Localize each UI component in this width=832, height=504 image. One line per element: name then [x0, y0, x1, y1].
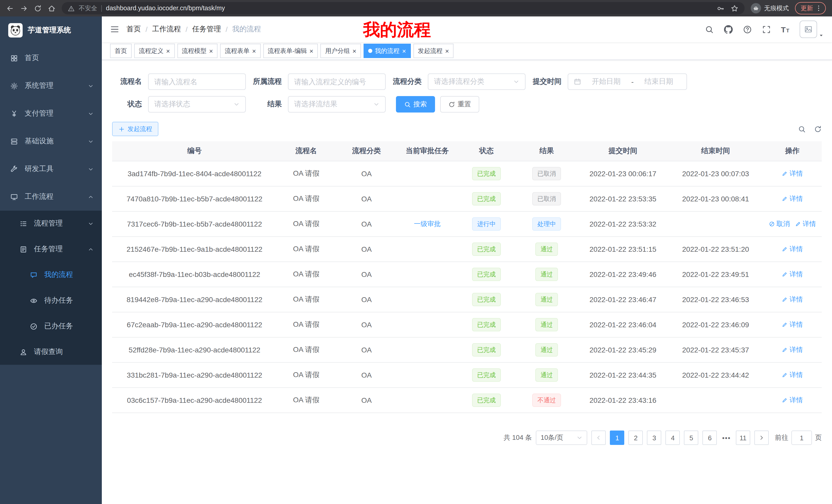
header-search-icon[interactable] — [705, 25, 713, 34]
detail-action-link[interactable]: 详情 — [782, 270, 803, 279]
start-process-button[interactable]: 发起流程 — [112, 122, 158, 136]
page-button-6[interactable]: 6 — [703, 430, 717, 445]
detail-action-link[interactable]: 详情 — [782, 194, 803, 203]
cell-submit-time: 2022-01-22 23:53:32 — [578, 212, 669, 236]
tab-process-form-edit[interactable]: 流程表单-编辑× — [263, 44, 318, 58]
cell-category: OA — [336, 287, 397, 312]
detail-action-link[interactable]: 详情 — [782, 345, 803, 355]
sidebar-item-home[interactable]: 首页 — [0, 44, 102, 72]
page-button-11[interactable]: 11 — [736, 430, 750, 445]
search-toggle-icon[interactable] — [798, 125, 806, 133]
detail-action-link[interactable]: 详情 — [782, 370, 803, 380]
cell-current-task — [397, 287, 457, 312]
page-button-3[interactable]: 3 — [647, 430, 661, 445]
pagination-ellipsis[interactable]: ••• — [721, 434, 732, 442]
detail-action-link[interactable]: 详情 — [782, 169, 803, 178]
sidebar-item-system-management[interactable]: 系统管理 — [0, 72, 102, 100]
update-button[interactable]: 更新 — [795, 2, 826, 15]
tab-start-process[interactable]: 发起流程× — [413, 44, 453, 58]
sidebar-item-task-management[interactable]: 任务管理 — [0, 236, 102, 262]
close-icon[interactable]: × — [166, 48, 170, 54]
sidebar-item-workflow[interactable]: 工作流程 — [0, 183, 102, 211]
detail-action-link[interactable]: 详情 — [782, 320, 803, 329]
sidebar-item-infrastructure[interactable]: 基础设施 — [0, 128, 102, 155]
close-icon[interactable]: × — [252, 48, 256, 54]
detail-action-link[interactable]: 详情 — [782, 245, 803, 254]
browser-menu-icon[interactable] — [815, 5, 822, 12]
page-button-1[interactable]: 1 — [610, 430, 625, 445]
sidebar-item-done-tasks[interactable]: 已办任务 — [0, 313, 102, 339]
help-icon[interactable] — [743, 25, 752, 34]
sidebar-item-process-management[interactable]: 流程管理 — [0, 211, 102, 236]
result-select[interactable]: 请选择流结果 — [288, 96, 386, 113]
tab-my-process[interactable]: 我的流程× — [364, 44, 411, 58]
submit-time-range-picker[interactable]: 开始日期 - 结束日期 — [568, 74, 687, 90]
status-select[interactable]: 请选择状态 — [148, 96, 246, 113]
search-button[interactable]: 搜索 — [396, 96, 435, 113]
hamburger-icon[interactable] — [110, 25, 119, 34]
sidebar-item-my-process[interactable]: 我的流程 — [0, 262, 102, 288]
goto-page-input[interactable] — [791, 430, 812, 445]
tab-home[interactable]: 首页 — [110, 44, 132, 58]
primary-tag: 进行中 — [472, 217, 501, 231]
close-icon[interactable]: × — [445, 48, 449, 54]
sidebar-item-leave-query[interactable]: 请假查询 — [0, 339, 102, 365]
detail-action-link[interactable]: 详情 — [795, 219, 816, 229]
close-icon[interactable]: × — [310, 48, 313, 54]
sidebar-item-dev-tools[interactable]: 研发工具 — [0, 155, 102, 183]
refresh-table-icon[interactable] — [814, 125, 822, 133]
cell-result: 通过 — [516, 312, 577, 337]
current-task-link[interactable]: 一级审批 — [414, 219, 441, 229]
page-button-2[interactable]: 2 — [629, 430, 643, 445]
tab-process-definition[interactable]: 流程定义× — [134, 44, 175, 58]
tab-user-group[interactable]: 用户分组× — [321, 44, 361, 58]
cell-process-name: OA 请假 — [277, 262, 336, 287]
detail-action-link[interactable]: 详情 — [782, 396, 803, 405]
process-name-input[interactable] — [148, 74, 246, 90]
back-icon[interactable] — [6, 4, 14, 12]
url-text[interactable]: dashboard.yudao.iocoder.cn/bpm/task/my — [106, 5, 713, 12]
detail-action-link[interactable]: 详情 — [782, 295, 803, 304]
page-button-5[interactable]: 5 — [684, 430, 699, 445]
cell-id: 7470a810-7b9b-11ec-b5b7-acde48001122 — [112, 186, 277, 212]
home-icon[interactable] — [48, 4, 55, 12]
breadcrumb-item[interactable]: 首页 — [127, 25, 141, 34]
bookmark-star-icon[interactable] — [731, 4, 738, 12]
prev-page-button[interactable] — [592, 430, 606, 445]
key-icon[interactable] — [717, 4, 725, 12]
user-avatar[interactable] — [800, 21, 824, 38]
success-tag: 通过 — [535, 318, 558, 331]
cell-result: 处理中 — [516, 212, 577, 236]
reset-button[interactable]: 重置 — [440, 96, 479, 113]
github-icon[interactable] — [724, 25, 732, 34]
breadcrumb-item[interactable]: 工作流程 — [152, 25, 181, 34]
sidebar-item-payment-management[interactable]: 支付管理 — [0, 100, 102, 128]
tab-process-model[interactable]: 流程模型× — [177, 44, 217, 58]
tab-process-form[interactable]: 流程表单× — [220, 44, 260, 58]
app-logo[interactable]: 芋道管理系统 — [0, 17, 102, 44]
column-header-1: 流程名 — [277, 141, 336, 161]
process-def-input[interactable] — [288, 74, 386, 90]
sidebar-item-todo-tasks[interactable]: 待办任务 — [0, 288, 102, 313]
table-toolbar-icons — [798, 125, 822, 133]
plus-icon — [118, 125, 125, 132]
cancel-action-link[interactable]: 取消 — [769, 219, 790, 229]
page-button-4[interactable]: 4 — [666, 430, 680, 445]
table-row: 3ad174fb-7b9d-11ec-8404-acde48001122OA 请… — [112, 161, 822, 186]
fullscreen-icon[interactable] — [762, 25, 771, 34]
address-bar[interactable]: 不安全 dashboard.yudao.iocoder.cn/bpm/task/… — [62, 2, 745, 15]
close-icon[interactable]: × — [402, 48, 406, 54]
breadcrumb-item[interactable]: 任务管理 — [192, 25, 221, 34]
close-icon[interactable]: × — [353, 48, 356, 54]
forward-icon[interactable] — [20, 4, 28, 12]
breadcrumb-separator: / — [186, 25, 188, 33]
next-page-button[interactable] — [754, 430, 769, 445]
sidebar-item-label: 工作流程 — [25, 192, 88, 201]
reload-icon[interactable] — [34, 4, 42, 12]
navbar: 首页/工作流程/任务管理/我的流程 TT — [102, 17, 832, 42]
cell-actions: 详情 — [763, 186, 822, 212]
category-select[interactable]: 请选择流程分类 — [428, 74, 525, 90]
close-icon[interactable]: × — [209, 48, 213, 54]
page-size-select[interactable]: 10条/页 — [536, 430, 588, 445]
font-size-icon[interactable]: TT — [781, 25, 789, 33]
